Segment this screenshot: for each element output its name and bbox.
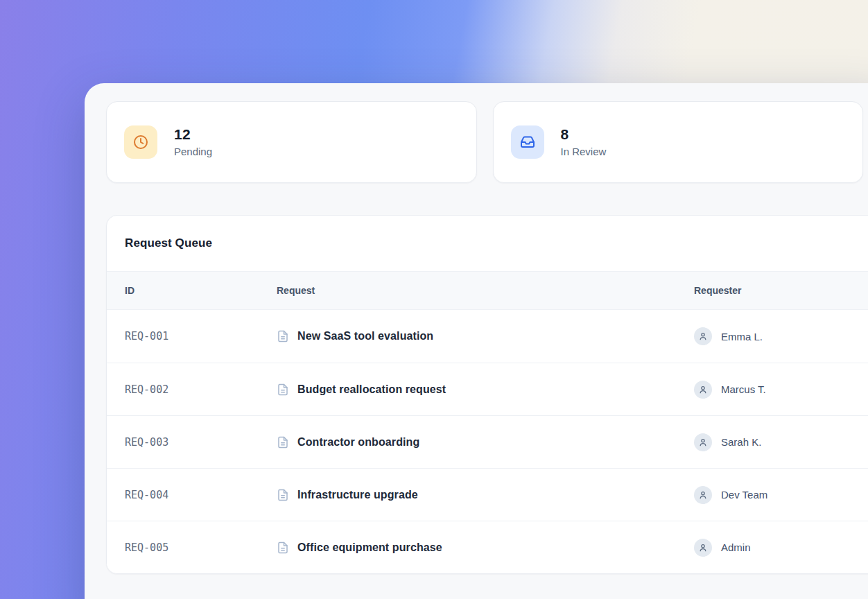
pending-count: 12 xyxy=(174,125,212,144)
avatar xyxy=(694,327,712,345)
document-icon xyxy=(277,330,289,342)
table-header-row: ID Request Requester xyxy=(107,271,868,310)
avatar xyxy=(694,486,712,504)
column-header-requester: Requester xyxy=(694,285,868,296)
stats-row: 12 Pending 8 In Review xyxy=(106,101,863,183)
request-id: REQ-003 xyxy=(125,436,277,449)
stat-text: 12 Pending xyxy=(174,125,212,159)
requester-cell: Marcus T. xyxy=(694,381,868,399)
in-review-count: 8 xyxy=(561,125,607,144)
stat-card-in-review: 8 In Review xyxy=(493,101,864,183)
request-title: Contractor onboarding xyxy=(297,436,419,449)
request-title: New SaaS tool evaluation xyxy=(297,330,433,342)
stat-card-pending: 12 Pending xyxy=(106,101,477,183)
stat-text: 8 In Review xyxy=(561,125,607,159)
document-icon xyxy=(277,541,289,554)
table-body: REQ-001 New SaaS tool evaluation Emma L. xyxy=(107,310,868,573)
table-row[interactable]: REQ-001 New SaaS tool evaluation Emma L. xyxy=(107,310,868,363)
avatar xyxy=(694,433,712,451)
request-id: REQ-004 xyxy=(125,489,277,501)
table-row[interactable]: REQ-005 Office equipment purchase Admin xyxy=(107,521,868,573)
avatar xyxy=(694,539,712,557)
table-row[interactable]: REQ-004 Infrastructure upgrade Dev Team xyxy=(107,468,868,521)
document-icon xyxy=(277,436,289,449)
table-row[interactable]: REQ-003 Contractor onboarding Sarah K. xyxy=(107,415,868,468)
request-title: Office equipment purchase xyxy=(297,541,442,554)
in-review-label: In Review xyxy=(561,144,607,159)
avatar xyxy=(694,381,712,399)
requester-cell: Admin xyxy=(694,539,868,557)
request-cell: Budget reallocation request xyxy=(277,383,694,396)
request-id: REQ-001 xyxy=(125,330,277,342)
request-cell: Contractor onboarding xyxy=(277,436,694,449)
requester-name: Marcus T. xyxy=(721,383,766,395)
request-cell: Office equipment purchase xyxy=(277,541,694,554)
clock-icon xyxy=(124,125,157,159)
document-icon xyxy=(277,383,289,396)
requester-name: Emma L. xyxy=(721,331,763,342)
requester-cell: Sarah K. xyxy=(694,433,868,451)
requester-name: Admin xyxy=(721,541,751,553)
requester-cell: Dev Team xyxy=(694,486,868,504)
column-header-id: ID xyxy=(125,285,277,296)
app-panel: 12 Pending 8 In Review Request Queue ID xyxy=(85,83,868,599)
requester-name: Dev Team xyxy=(721,489,767,501)
request-queue-card: Request Queue ID Request Requester REQ-0… xyxy=(106,215,868,574)
requester-name: Sarah K. xyxy=(721,436,761,448)
request-id: REQ-002 xyxy=(125,383,277,396)
inbox-icon xyxy=(511,125,544,159)
requester-cell: Emma L. xyxy=(694,327,868,345)
pending-label: Pending xyxy=(174,144,212,159)
request-cell: Infrastructure upgrade xyxy=(277,489,694,501)
table-title: Request Queue xyxy=(125,236,212,250)
table-row[interactable]: REQ-002 Budget reallocation request Marc… xyxy=(107,363,868,415)
request-id: REQ-005 xyxy=(125,541,277,554)
request-title: Infrastructure upgrade xyxy=(297,489,418,501)
request-cell: New SaaS tool evaluation xyxy=(277,330,694,342)
request-title: Budget reallocation request xyxy=(297,383,446,396)
document-icon xyxy=(277,489,289,501)
table-title-bar: Request Queue xyxy=(107,216,868,271)
column-header-request: Request xyxy=(277,285,694,296)
